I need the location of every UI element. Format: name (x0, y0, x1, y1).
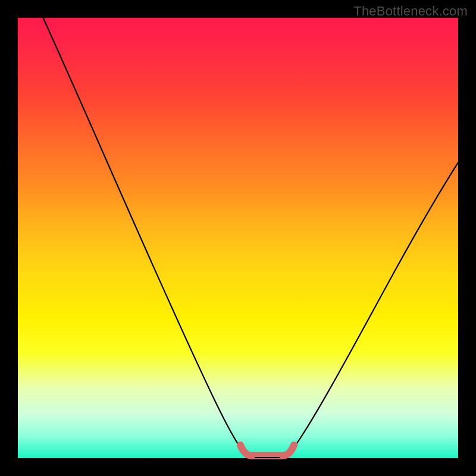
bottleneck-curve (18, 18, 458, 458)
watermark-text: TheBottleneck.com (353, 4, 468, 19)
plot-area (18, 18, 458, 458)
flat-minimum-marker (240, 445, 294, 456)
curve-left-branch (40, 12, 244, 452)
chart-frame: TheBottleneck.com (0, 0, 476, 476)
curve-right-branch (290, 161, 459, 452)
